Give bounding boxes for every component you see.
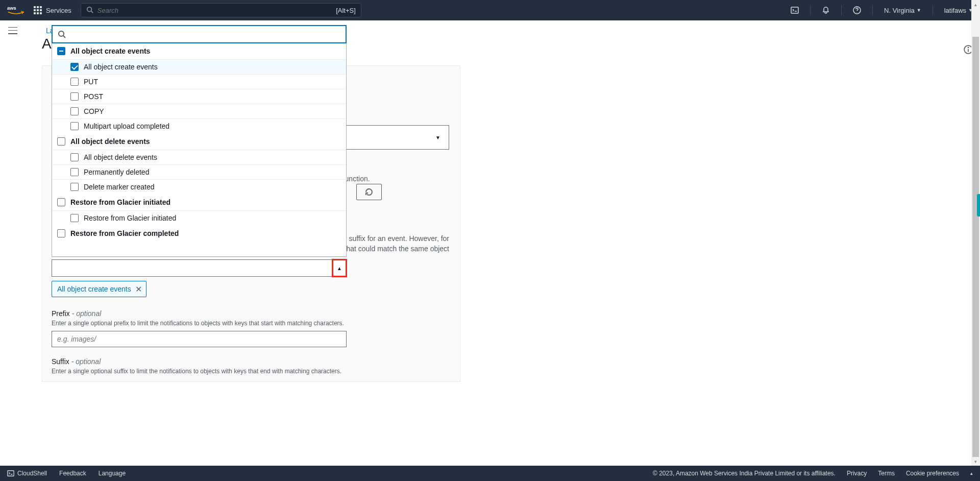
event-group[interactable]: All object create events [52, 43, 346, 59]
option-label: COPY [84, 107, 104, 115]
selected-event-token: All object create events ✕ [52, 281, 146, 297]
top-nav: aws Services [Alt+S] N. Virginia▼ latifa… [0, 0, 980, 20]
event-option[interactable]: Restore from Glacier initiated [52, 210, 346, 225]
prefix-help: Enter a single optional prefix to limit … [52, 320, 347, 327]
suffix-help: Enter a single optional suffix to limit … [52, 368, 341, 375]
event-option[interactable]: Delete marker created [52, 179, 346, 194]
option-label: Permanently deleted [84, 168, 149, 176]
suffix-label: Suffix - optional [52, 357, 341, 366]
option-label: POST [84, 92, 103, 101]
checkbox[interactable] [70, 153, 79, 161]
dropdown-toggle[interactable]: ▲ [332, 259, 347, 277]
cloudshell-icon[interactable] [791, 6, 799, 14]
checkbox[interactable] [70, 183, 79, 191]
event-types-dropdown: All object create eventsAll object creat… [52, 25, 347, 257]
checkbox[interactable] [70, 63, 79, 71]
event-option[interactable]: All object delete events [52, 150, 346, 164]
helper-text-fragment: or suffix for an event. However, for tha… [337, 234, 449, 254]
option-label: Delete marker created [84, 183, 155, 191]
help-icon[interactable] [853, 6, 861, 14]
event-option[interactable]: POST [52, 89, 346, 104]
search-icon [86, 6, 93, 15]
event-option[interactable]: All object create events [52, 59, 346, 74]
group-label: Restore from Glacier initiated [70, 198, 170, 206]
search-shortcut: [Alt+S] [336, 7, 356, 14]
event-group[interactable]: All object delete events [52, 133, 346, 150]
aws-logo[interactable]: aws [7, 5, 24, 15]
token-label: All object create events [57, 285, 131, 293]
event-group[interactable]: Restore from Glacier completed [52, 225, 346, 242]
checkbox[interactable] [57, 47, 65, 55]
svg-point-8 [59, 31, 64, 36]
checkbox[interactable] [70, 78, 79, 86]
group-label: All object delete events [70, 137, 150, 146]
event-option[interactable]: PUT [52, 74, 346, 89]
event-option[interactable]: Permanently deleted [52, 164, 346, 179]
event-option[interactable]: COPY [52, 104, 346, 118]
prefix-field: Prefix - optional Enter a single optiona… [52, 309, 347, 347]
svg-line-2 [91, 11, 93, 13]
remove-token-button[interactable]: ✕ [135, 284, 142, 294]
feedback-tab[interactable] [977, 194, 980, 217]
dropdown-search[interactable] [52, 25, 347, 43]
option-label: PUT [84, 78, 98, 86]
option-label: All object delete events [84, 153, 157, 161]
account-menu[interactable]: latifaws▼ [944, 7, 973, 14]
checkbox[interactable] [57, 198, 65, 206]
search-icon [58, 30, 66, 38]
group-label: Restore from Glacier completed [70, 229, 179, 237]
dropdown-list[interactable]: All object create eventsAll object creat… [52, 43, 346, 256]
refresh-button[interactable] [356, 184, 382, 200]
svg-point-7 [968, 47, 968, 48]
svg-line-9 [63, 36, 65, 38]
option-label: All object create events [84, 63, 158, 71]
option-label: Multipart upload completed [84, 122, 169, 130]
svg-text:aws: aws [7, 6, 16, 11]
side-nav-toggle[interactable] [8, 27, 17, 34]
services-link[interactable]: Services [46, 7, 71, 14]
suffix-field: Suffix - optional Enter a single optiona… [52, 357, 341, 375]
checkbox[interactable] [70, 122, 79, 130]
prefix-input[interactable] [52, 331, 347, 347]
event-group[interactable]: Restore from Glacier initiated [52, 194, 346, 210]
checkbox[interactable] [70, 92, 79, 101]
svg-rect-3 [791, 7, 798, 13]
checkbox[interactable] [57, 137, 65, 146]
checkbox[interactable] [57, 229, 65, 237]
checkbox[interactable] [70, 107, 79, 115]
checkbox[interactable] [70, 214, 79, 222]
page-scrollbar[interactable]: ▴ ▾ [971, 0, 980, 382]
global-search-input[interactable] [97, 7, 336, 14]
svg-point-1 [87, 7, 92, 11]
checkbox[interactable] [70, 168, 79, 176]
global-search[interactable]: [Alt+S] [81, 3, 361, 17]
services-grid-icon[interactable] [34, 6, 42, 14]
group-label: All object create events [70, 47, 150, 55]
region-selector[interactable]: N. Virginia▼ [884, 7, 921, 14]
prefix-label: Prefix - optional [52, 309, 347, 318]
option-label: Restore from Glacier initiated [84, 214, 176, 222]
notifications-icon[interactable] [822, 6, 830, 14]
event-types-select[interactable]: ▲ [52, 259, 347, 277]
caret-up-icon: ▲ [337, 266, 342, 271]
caret-down-icon: ▼ [917, 8, 921, 13]
caret-down-icon: ▼ [435, 135, 440, 140]
event-option[interactable]: Multipart upload completed [52, 118, 346, 133]
